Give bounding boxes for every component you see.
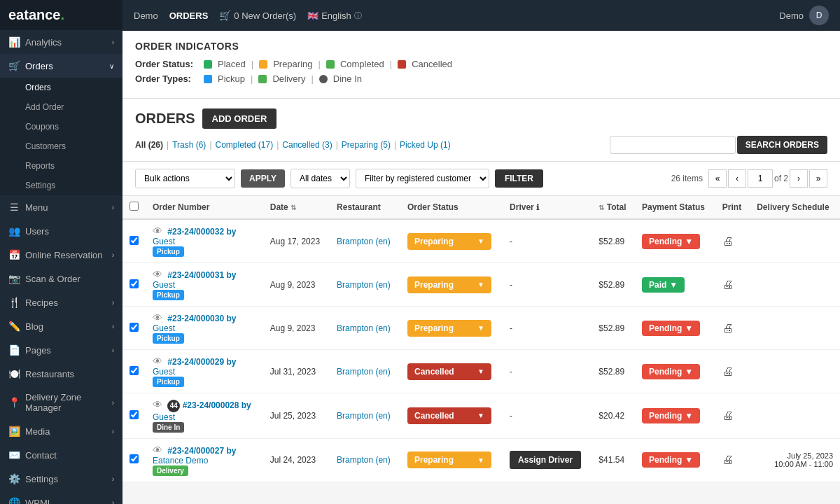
row5-checkbox[interactable] <box>130 410 139 419</box>
page-prev-button[interactable]: ‹ <box>728 169 746 188</box>
sidebar-sub-reports[interactable]: Reports <box>0 156 122 176</box>
row6-status-button[interactable]: Preparing ▼ <box>407 451 491 468</box>
row4-view-icon[interactable]: 👁 <box>153 356 162 367</box>
row2-view-icon[interactable]: 👁 <box>153 269 162 280</box>
row4-customer-link[interactable]: Guest <box>153 367 175 377</box>
row4-print-icon[interactable]: 🖨 <box>722 365 734 377</box>
row5-print-icon[interactable]: 🖨 <box>722 410 734 421</box>
row1-restaurant-link[interactable]: Brampton (en) <box>337 237 391 246</box>
add-order-button[interactable]: ADD ORDER <box>202 108 277 129</box>
row2-restaurant-link[interactable]: Brampton (en) <box>337 280 391 290</box>
user-avatar[interactable]: D <box>809 6 829 25</box>
row5-status-button[interactable]: Cancelled ▼ <box>407 407 491 424</box>
page-next-button[interactable]: › <box>790 169 808 188</box>
row4-checkbox[interactable] <box>130 366 139 375</box>
row1-checkbox[interactable] <box>130 236 139 245</box>
bulk-actions-select[interactable]: Bulk actions Mark as Completed Mark as C… <box>135 169 235 188</box>
row3-status-button[interactable]: Preparing ▼ <box>407 320 491 337</box>
total-sort-icon[interactable]: ⇅ <box>598 204 604 211</box>
tab-picked-up[interactable]: Picked Up (1) <box>400 140 451 150</box>
sidebar-item-orders[interactable]: 🛒 Orders ∨ <box>0 54 122 78</box>
sidebar-sub-coupons[interactable]: Coupons <box>0 117 122 136</box>
tab-completed[interactable]: Completed (17) <box>216 140 274 150</box>
row1-view-icon[interactable]: 👁 <box>153 225 162 237</box>
sidebar-item-online-reservation[interactable]: 📅 Online Reservation › <box>0 243 122 267</box>
topbar-demo-link[interactable]: Demo <box>134 10 158 21</box>
sidebar-item-wpml[interactable]: 🌐 WPML › <box>0 491 122 504</box>
row5-customer-link[interactable]: Guest <box>153 412 175 422</box>
sidebar-item-analytics[interactable]: 📊 Analytics › <box>0 30 122 54</box>
row3-order-link[interactable]: #23-24/000030 by <box>167 314 236 323</box>
row5-order-link[interactable]: #23-24/000028 by <box>183 400 251 410</box>
row4-order-link[interactable]: #23-24/000029 by <box>167 357 236 367</box>
search-orders-input[interactable] <box>610 136 736 154</box>
row6-restaurant-link[interactable]: Brampton (en) <box>337 455 391 465</box>
row6-customer-link[interactable]: Eatance Demo <box>153 456 208 465</box>
tab-all[interactable]: All (26) <box>135 140 163 150</box>
row4-checkbox-cell <box>122 350 146 393</box>
row1-print-icon[interactable]: 🖨 <box>722 235 734 247</box>
row6-checkbox[interactable] <box>130 454 139 463</box>
row5-restaurant-link[interactable]: Brampton (en) <box>337 411 391 421</box>
apply-button[interactable]: APPLY <box>241 169 285 188</box>
row1-payment-button[interactable]: Pending ▼ <box>642 234 700 249</box>
page-first-button[interactable]: « <box>708 169 727 188</box>
sidebar-item-scan-order[interactable]: 📷 Scan & Order <box>0 267 122 290</box>
search-orders-button[interactable]: SEARCH ORDERS <box>737 136 827 154</box>
tab-trash[interactable]: Trash (6) <box>172 140 206 150</box>
assign-driver-button[interactable]: Assign Driver <box>510 451 581 469</box>
page-number-input[interactable] <box>748 169 773 188</box>
row3-payment-button[interactable]: Pending ▼ <box>642 321 700 336</box>
sidebar-item-blog[interactable]: ✏️ Blog › <box>0 314 122 338</box>
row3-restaurant-link[interactable]: Brampton (en) <box>337 323 391 333</box>
sidebar-sub-settings[interactable]: Settings <box>0 176 122 195</box>
sidebar-item-restaurants[interactable]: 🍽️ Restaurants <box>0 362 122 386</box>
row4-status-button[interactable]: Cancelled ▼ <box>407 363 491 380</box>
sidebar-item-contact[interactable]: ✉️ Contact <box>0 443 122 467</box>
customer-filter-select[interactable]: Filter by registered customer <box>356 169 489 188</box>
row2-order-link[interactable]: #23-24/000031 by <box>167 270 236 280</box>
date-sort-icon[interactable]: ⇅ <box>290 204 296 211</box>
tab-cancelled[interactable]: Cancelled (3) <box>282 140 332 150</box>
row6-print-icon[interactable]: 🖨 <box>722 454 734 465</box>
topbar-orders-link[interactable]: ORDERS <box>169 10 209 21</box>
topbar-cart[interactable]: 🛒 0 New Order(s) <box>219 10 296 21</box>
row1-restaurant: Brampton (en) <box>330 219 400 263</box>
sidebar-sub-add-order[interactable]: Add Order <box>0 97 122 117</box>
row2-print-icon[interactable]: 🖨 <box>722 279 734 290</box>
page-last-button[interactable]: » <box>809 169 827 188</box>
row4-payment-button[interactable]: Pending ▼ <box>642 364 700 379</box>
row3-checkbox[interactable] <box>130 323 139 332</box>
row2-customer-link[interactable]: Guest <box>153 280 175 290</box>
row1-status-button[interactable]: Preparing ▼ <box>407 233 491 250</box>
select-all-checkbox[interactable] <box>130 202 139 211</box>
sidebar-sub-customers[interactable]: Customers <box>0 136 122 156</box>
filter-button[interactable]: FILTER <box>495 169 543 188</box>
row3-print-icon[interactable]: 🖨 <box>722 322 734 334</box>
sidebar-item-menu[interactable]: ☰ Menu › <box>0 195 122 219</box>
topbar-lang[interactable]: 🇬🇧 English ⓘ <box>307 10 362 21</box>
sidebar-item-delivery-zone[interactable]: 📍 Delivery Zone Manager › <box>0 386 122 419</box>
sidebar-item-recipes[interactable]: 🍴 Recipes › <box>0 290 122 314</box>
row1-customer-link[interactable]: Guest <box>153 237 175 246</box>
row2-checkbox[interactable] <box>130 279 139 288</box>
row6-view-icon[interactable]: 👁 <box>153 444 162 456</box>
sidebar-item-pages[interactable]: 📄 Pages › <box>0 338 122 362</box>
header-total: ⇅ Total <box>592 196 635 219</box>
sidebar-sub-orders[interactable]: Orders <box>0 78 122 97</box>
row3-view-icon[interactable]: 👁 <box>153 312 162 323</box>
date-filter-select[interactable]: All dates <box>290 169 350 188</box>
sidebar-item-settings[interactable]: ⚙️ Settings › <box>0 467 122 491</box>
sidebar-item-media[interactable]: 🖼️ Media › <box>0 419 122 443</box>
row4-restaurant-link[interactable]: Brampton (en) <box>337 367 391 377</box>
row6-order-link[interactable]: #23-24/000027 by <box>167 446 236 456</box>
row1-order-link[interactable]: #23-24/000032 by <box>167 227 236 237</box>
row5-payment-button[interactable]: Pending ▼ <box>642 408 700 424</box>
tab-preparing[interactable]: Preparing (5) <box>342 140 391 150</box>
row6-payment-button[interactable]: Pending ▼ <box>642 452 700 468</box>
row5-view-icon[interactable]: 👁 <box>153 399 162 410</box>
sidebar-item-users[interactable]: 👥 Users <box>0 219 122 243</box>
row2-payment-button[interactable]: Paid ▼ <box>642 277 685 293</box>
row3-customer-link[interactable]: Guest <box>153 323 175 333</box>
row2-status-button[interactable]: Preparing ▼ <box>407 276 491 293</box>
